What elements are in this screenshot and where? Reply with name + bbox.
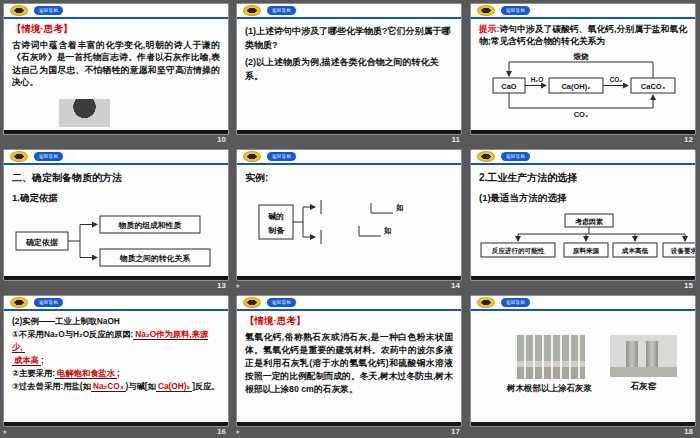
transition-star-icon: ★: [235, 429, 240, 436]
root-label-line1: 碱的: [268, 212, 284, 221]
return-nav-button[interactable]: 返回导航: [501, 6, 530, 15]
return-nav-button[interactable]: 返回导航: [34, 152, 63, 161]
slide-cell-14: 返回导航 实例: 碱的 制备 如: [233, 146, 467, 292]
slide-thumbnail-16[interactable]: 返回导航 (2)实例——工业上制取NaOH ①不采用Na₂O与H₂O反应的原因:…: [3, 295, 229, 427]
punctuation: ;: [41, 355, 44, 365]
publisher-logo-icon: [243, 297, 261, 308]
factor-3-label: 成本高低: [621, 247, 649, 255]
slide-thumbnail-12[interactable]: 返回导航 提示:诗句中涉及了碳酸钙、氧化钙,分别属于盐和氧化物;常见含钙化合物的…: [470, 3, 696, 135]
publisher-logo-icon: [10, 297, 28, 308]
slide-cell-16: 返回导航 (2)实例——工业上制取NaOH ①不采用Na₂O与H₂O反应的原因:…: [0, 292, 233, 438]
salt-answer-blank: Na₂CO₃: [91, 381, 126, 392]
calcium-conversion-diagram: 煅烧 CaO H₂O Ca(OH)₂ CO₂ CaCO₃ CO₂: [483, 52, 683, 118]
lime-kiln-photo: [610, 335, 677, 377]
hint-body-text: 诗句中涉及了碳酸钙、氧化钙,分别属于盐和氧化物;常见含钙化合物的转化关系为: [479, 24, 687, 46]
past-suffix: ]反应。: [192, 381, 220, 391]
slide-footer-bar: [237, 422, 461, 426]
node-caco3: CaCO₃: [641, 81, 666, 90]
slide-cell-11: 返回导航 (1)上述诗句中涉及了哪些化学物质?它们分别属于哪类物质? (2)以上…: [233, 0, 467, 146]
return-nav-button[interactable]: 返回导航: [267, 6, 296, 15]
photo-caption: 树木根部以上涂石灰浆: [507, 383, 592, 395]
tree-lines: [518, 227, 685, 234]
edge-h2o: H₂O: [531, 76, 544, 83]
kiln-tower: [646, 341, 658, 367]
slide-sorter-grid: 返回导航 【情境·思考】 古诗词中蕴含着丰富的化学变化,明朝的诗人于谦的《石灰吟…: [0, 0, 700, 438]
slide-content: 【情境·思考】 古诗词中蕴含着丰富的化学变化,明朝的诗人于谦的《石灰吟》是一首托…: [4, 19, 228, 130]
slide-content: 提示:诗句中涉及了碳酸钙、氧化钙,分别属于盐和氧化物;常见含钙化合物的转化关系为…: [471, 19, 695, 130]
illustration-row: [59, 99, 220, 127]
slide-thumbnail-13[interactable]: 返回导航 二、确定制备物质的方法 1.确定依据 确定依据 物质的组成和性质: [3, 149, 229, 281]
reason-line-2: 成本高;: [12, 354, 220, 367]
slide-content: 2.工业生产方法的选择 (1)最适当方法的选择 考虑因素 反应进行的可能性: [471, 165, 695, 276]
figure-limewash-trees: 树木根部以上涂石灰浆: [507, 335, 592, 395]
slide-header: 返回导航: [237, 296, 461, 309]
node-cao: CaO: [501, 81, 517, 90]
return-nav-button[interactable]: 返回导航: [34, 6, 63, 15]
publisher-logo-icon: [477, 151, 495, 162]
slide-header: 返回导航: [471, 4, 695, 17]
blank-label-2: 如: [383, 226, 392, 235]
slide-thumbnail-14[interactable]: 返回导航 实例: 碱的 制备 如: [236, 149, 462, 281]
root-label-line2: 制备: [267, 226, 285, 235]
slide-number: 17: [451, 427, 460, 436]
slide-thumbnail-15[interactable]: 返回导航 2.工业生产方法的选择 (1)最适当方法的选择 考虑因素: [470, 149, 696, 281]
method-prefix: ②主要采用:: [12, 368, 55, 378]
method-answer-blank: 电解饱和食盐水: [55, 368, 117, 379]
slide-header: 返回导航: [4, 150, 228, 163]
slide-number: 13: [217, 281, 226, 290]
example-title: 实例:: [245, 171, 453, 185]
slide-header: 返回导航: [237, 150, 461, 163]
slide-number: 12: [684, 135, 693, 144]
slide-thumbnail-10[interactable]: 返回导航 【情境·思考】 古诗词中蕴含着丰富的化学变化,明朝的诗人于谦的《石灰吟…: [3, 3, 229, 135]
branch-lines: [293, 207, 303, 237]
section-subtitle: 1.确定依据: [12, 192, 220, 205]
return-nav-button[interactable]: 返回导航: [267, 298, 296, 307]
branch-lines: [68, 225, 80, 258]
root-label: 确定依据: [25, 237, 58, 247]
comic-illustration-image: [113, 99, 168, 127]
main-method-line: ②主要采用:电解饱和食盐水;: [12, 367, 220, 380]
slide-thumbnail-17[interactable]: 返回导航 【情境·思考】 氢氧化钙,俗称熟石灰或消石灰,是一种白色粉末状固体。氢…: [236, 295, 462, 427]
publisher-logo-icon: [477, 5, 495, 16]
edge-co2: CO₂: [610, 76, 623, 83]
situation-heading: 【情境·思考】: [245, 315, 453, 328]
publisher-logo-icon: [477, 297, 495, 308]
slide-cell-12: 返回导航 提示:诗句中涉及了碳酸钙、氧化钙,分别属于盐和氧化物;常见含钙化合物的…: [467, 0, 700, 146]
transition-star-icon: ★: [235, 283, 240, 290]
section-title: 二、确定制备物质的方法: [12, 171, 220, 185]
slide-thumbnail-11[interactable]: 返回导航 (1)上述诗句中涉及了哪些化学物质?它们分别属于哪类物质? (2)以上…: [236, 3, 462, 135]
situation-body-text: 古诗词中蕴含着丰富的化学变化,明朝的诗人于谦的《石灰吟》是一首托物言志诗。作者以…: [12, 39, 220, 88]
basis-diagram: 确定依据 物质的组成和性质 物质之间的转化关系: [12, 214, 222, 270]
return-nav-button[interactable]: 返回导航: [267, 152, 296, 161]
slide-footer-bar: [471, 130, 695, 134]
punctuation: ;: [117, 368, 120, 378]
slide-header: 返回导航: [4, 296, 228, 309]
hint-label: 提示:: [479, 24, 500, 34]
question-2-text: (2)以上述物质为例,描述各类化合物之间的转化关系。: [245, 56, 453, 84]
root-label: 考虑因素: [575, 218, 603, 226]
return-nav-button[interactable]: 返回导航: [501, 298, 530, 307]
slide-number: 15: [684, 281, 693, 290]
publisher-logo-icon: [243, 151, 261, 162]
past-mid: )与碱[如: [126, 381, 156, 391]
return-nav-button[interactable]: 返回导航: [34, 298, 63, 307]
slide-number: 11: [452, 135, 460, 144]
slide-cell-18: 返回导航 树木根部以上涂石灰浆 石灰窑: [467, 292, 700, 438]
reason-line: ①不采用Na₂O与H₂O反应的原因:Na₂O作为原料,来源少,: [12, 328, 220, 354]
slide-footer-bar: [237, 130, 461, 134]
slide-content: 二、确定制备物质的方法 1.确定依据 确定依据 物质的组成和性质 物质之间的转化…: [4, 165, 228, 276]
slide-footer-bar: [237, 276, 461, 280]
return-nav-button[interactable]: 返回导航: [501, 152, 530, 161]
reason-answer-blank-2: 成本高: [12, 355, 41, 366]
slide-number: 14: [451, 281, 460, 290]
node-caoh2: Ca(OH)₂: [561, 81, 590, 90]
photo-row: 树木根部以上涂石灰浆 石灰窑: [507, 335, 687, 395]
slide-cell-15: 返回导航 2.工业生产方法的选择 (1)最适当方法的选择 考虑因素: [467, 146, 700, 292]
slide-cell-17: 返回导航 【情境·思考】 氢氧化钙,俗称熟石灰或消石灰,是一种白色粉末状固体。氢…: [233, 292, 467, 438]
question-1-text: (1)上述诗句中涉及了哪些化学物质?它们分别属于哪类物质?: [245, 25, 453, 53]
limewashed-trees-photo: [515, 335, 585, 379]
factor-4-label: 设备要求: [670, 247, 696, 255]
factor-1-label: 反应进行的可能性: [491, 247, 545, 255]
slide-thumbnail-18[interactable]: 返回导航 树木根部以上涂石灰浆 石灰窑: [470, 295, 696, 427]
publisher-logo-icon: [243, 5, 261, 16]
